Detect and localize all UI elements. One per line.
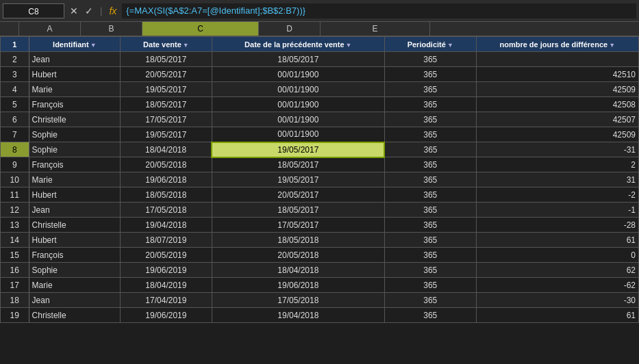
cell-17-e[interactable]: -62 [476,278,638,293]
cell-12-a[interactable]: Jean [29,203,121,218]
cell-10-c[interactable]: 19/05/2017 [212,172,384,187]
cell-4-a[interactable]: Marie [29,82,121,97]
cell-10-b[interactable]: 19/06/2018 [121,172,212,187]
cell-15-c[interactable]: 20/05/2018 [212,248,384,263]
cell-7-c[interactable]: 00/01/1900 [212,127,384,142]
cell-12-d[interactable]: 365 [384,203,476,218]
cell-16-a[interactable]: Sophie [29,263,121,278]
cell-6-d[interactable]: 365 [384,112,476,127]
cell-8-b[interactable]: 18/04/2018 [121,142,212,157]
cell-2-a[interactable]: Jean [29,52,121,67]
cell-13-b[interactable]: 19/04/2018 [121,218,212,233]
col-header-c[interactable]: C [142,22,259,36]
cell-5-b[interactable]: 18/05/2017 [121,97,212,112]
col-header-a[interactable]: A [19,22,81,36]
cell-10-e[interactable]: 31 [476,172,638,187]
cell-3-d[interactable]: 365 [384,67,476,82]
cell-13-e[interactable]: -28 [476,218,638,233]
col-header-d[interactable]: D [259,22,321,36]
cell-11-a[interactable]: Hubert [29,187,121,203]
formula-input[interactable] [122,3,636,18]
cell-8-c[interactable]: 19/05/2017 [212,142,384,157]
cell-5-d[interactable]: 365 [384,97,476,112]
cell-4-e[interactable]: 42509 [476,82,638,97]
cell-8-e[interactable]: -31 [476,142,638,157]
cell-18-b[interactable]: 17/04/2019 [121,293,212,308]
cell-7-d[interactable]: 365 [384,127,476,142]
spreadsheet-table-wrapper: 1 Identifiant▼ Date vente▼ Date de la pr… [0,36,639,323]
cell-3-e[interactable]: 42510 [476,67,638,82]
cell-13-d[interactable]: 365 [384,218,476,233]
cell-16-e[interactable]: 62 [476,263,638,278]
cell-11-e[interactable]: -2 [476,187,638,203]
cell-14-e[interactable]: 61 [476,233,638,248]
cell-15-a[interactable]: François [29,248,121,263]
cell-8-d[interactable]: 365 [384,142,476,157]
cell-9-e[interactable]: 2 [476,157,638,172]
cell-15-d[interactable]: 365 [384,248,476,263]
cell-2-c[interactable]: 18/05/2017 [212,52,384,67]
cell-10-a[interactable]: Marie [29,172,121,187]
cell-6-c[interactable]: 00/01/1900 [212,112,384,127]
cell-name-box[interactable]: C8 [3,3,64,18]
cell-5-a[interactable]: François [29,97,121,112]
cell-3-b[interactable]: 20/05/2017 [121,67,212,82]
cell-19-e[interactable]: 61 [476,308,638,323]
cell-5-e[interactable]: 42508 [476,97,638,112]
cell-4-d[interactable]: 365 [384,82,476,97]
cell-13-c[interactable]: 17/05/2017 [212,218,384,233]
cell-4-c[interactable]: 00/01/1900 [212,82,384,97]
cell-2-d[interactable]: 365 [384,52,476,67]
cell-18-a[interactable]: Jean [29,293,121,308]
cell-11-c[interactable]: 20/05/2017 [212,187,384,203]
cell-17-a[interactable]: Marie [29,278,121,293]
cell-15-e[interactable]: 0 [476,248,638,263]
cell-6-b[interactable]: 17/05/2017 [121,112,212,127]
cell-17-d[interactable]: 365 [384,278,476,293]
cell-11-d[interactable]: 365 [384,187,476,203]
cell-18-d[interactable]: 365 [384,293,476,308]
cell-8-a[interactable]: Sophie [29,142,121,157]
cell-2-e[interactable] [476,52,638,67]
cell-9-d[interactable]: 365 [384,157,476,172]
confirm-formula-button[interactable]: ✓ [82,5,96,17]
cell-11-b[interactable]: 18/05/2018 [121,187,212,203]
cell-14-c[interactable]: 18/05/2018 [212,233,384,248]
cell-12-b[interactable]: 17/05/2018 [121,203,212,218]
cell-18-e[interactable]: -30 [476,293,638,308]
cell-9-c[interactable]: 18/05/2017 [212,157,384,172]
cell-9-a[interactable]: François [29,157,121,172]
cell-12-c[interactable]: 18/05/2017 [212,203,384,218]
cell-16-c[interactable]: 18/04/2018 [212,263,384,278]
col-header-e[interactable]: E [321,22,430,36]
cell-19-c[interactable]: 19/04/2018 [212,308,384,323]
cell-7-b[interactable]: 19/05/2017 [121,127,212,142]
col-header-b[interactable]: B [81,22,142,36]
cell-14-b[interactable]: 18/07/2019 [121,233,212,248]
cell-16-b[interactable]: 19/06/2019 [121,263,212,278]
cell-4-b[interactable]: 19/05/2017 [121,82,212,97]
cell-13-a[interactable]: Christelle [29,218,121,233]
cell-12-e[interactable]: -1 [476,203,638,218]
cell-16-d[interactable]: 365 [384,263,476,278]
cell-9-b[interactable]: 20/05/2018 [121,157,212,172]
cell-18-c[interactable]: 17/05/2018 [212,293,384,308]
cell-5-c[interactable]: 00/01/1900 [212,97,384,112]
cell-19-d[interactable]: 365 [384,308,476,323]
cell-3-a[interactable]: Hubert [29,67,121,82]
cell-10-d[interactable]: 365 [384,172,476,187]
cell-7-a[interactable]: Sophie [29,127,121,142]
cell-7-e[interactable]: 42509 [476,127,638,142]
cell-19-b[interactable]: 19/06/2019 [121,308,212,323]
cancel-formula-button[interactable]: ✕ [67,5,81,17]
cell-6-e[interactable]: 42507 [476,112,638,127]
cell-14-a[interactable]: Hubert [29,233,121,248]
cell-17-b[interactable]: 18/04/2019 [121,278,212,293]
cell-6-a[interactable]: Christelle [29,112,121,127]
cell-17-c[interactable]: 19/06/2018 [212,278,384,293]
cell-14-d[interactable]: 365 [384,233,476,248]
cell-19-a[interactable]: Christelle [29,308,121,323]
cell-3-c[interactable]: 00/01/1900 [212,67,384,82]
cell-2-b[interactable]: 18/05/2017 [121,52,212,67]
cell-15-b[interactable]: 20/05/2019 [121,248,212,263]
